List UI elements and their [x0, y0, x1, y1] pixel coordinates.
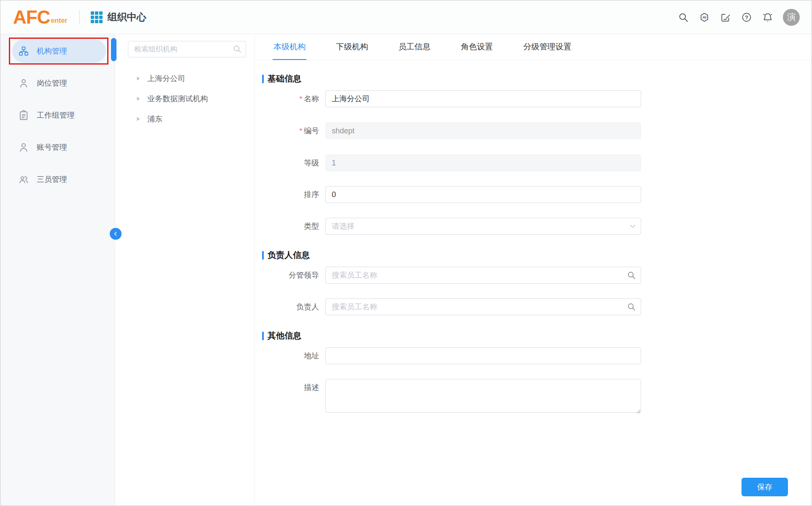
address-field-label: 地址	[262, 347, 319, 364]
bell-icon[interactable]	[762, 11, 774, 23]
section-accent-bar	[262, 75, 264, 83]
tree-node-shanghai-branch[interactable]: 上海分公司	[128, 68, 246, 89]
description-field-label: 描述	[262, 379, 319, 396]
org-tree-panel: 上海分公司 业务数据测试机构 浦东	[115, 34, 254, 506]
tab-employee-info[interactable]: 员工信息	[398, 34, 431, 60]
chevron-down-icon	[628, 222, 637, 230]
section-accent-bar	[262, 251, 264, 260]
type-field-label: 类型	[262, 218, 319, 235]
collapse-panel-button[interactable]	[110, 228, 122, 240]
tab-current-org[interactable]: 本级机构	[273, 34, 306, 60]
section-basic-info: 基础信息	[262, 73, 812, 84]
search-icon	[233, 44, 242, 54]
field-row-type: 类型 请选择	[262, 218, 812, 235]
section-leader-info: 负责人信息	[262, 249, 812, 261]
sidebar-item-label: 工作组管理	[37, 110, 75, 120]
field-row-description: 描述	[262, 379, 812, 414]
tree-node-label: 业务数据测试机构	[147, 94, 208, 104]
org-form: 基础信息 *名称 *编号 等级	[254, 60, 812, 429]
tree-node-label: 上海分公司	[147, 73, 185, 84]
field-row-code: *编号	[262, 122, 812, 140]
tree-node-business-data-test-org[interactable]: 业务数据测试机构	[128, 89, 246, 109]
sort-field-label: 排序	[262, 186, 319, 203]
tab-bar: 本级机构 下级机构 员工信息 角色设置 分级管理设置	[254, 34, 812, 60]
caret-right-icon[interactable]	[135, 96, 141, 102]
header-divider	[79, 10, 80, 24]
code-field-label: 编号	[304, 127, 319, 135]
level-input	[325, 154, 641, 171]
name-field-label: 名称	[304, 95, 319, 103]
sidebar-item-label: 岗位管理	[37, 78, 67, 88]
section-accent-bar	[262, 332, 264, 340]
top-header: AFC enter 组织中心 AI	[0, 0, 812, 34]
description-textarea[interactable]	[325, 379, 641, 413]
sidebar-item-three-role-management[interactable]: 三员管理	[12, 168, 106, 191]
afcenter-logo: AFC enter	[13, 9, 68, 26]
chevron-left-icon	[112, 230, 119, 237]
save-button[interactable]: 保存	[742, 478, 788, 496]
badge-person-icon	[18, 78, 29, 89]
manager-search-input[interactable]	[325, 298, 641, 315]
active-menu-indicator	[111, 38, 116, 61]
address-input[interactable]	[325, 347, 641, 364]
logo-suffix-text: enter	[51, 16, 67, 25]
tree-node-label: 浦东	[147, 114, 162, 124]
svg-text:AI: AI	[702, 15, 706, 19]
field-row-level: 等级	[262, 154, 812, 171]
tab-sub-org[interactable]: 下级机构	[335, 34, 369, 60]
caret-right-icon[interactable]	[135, 76, 141, 81]
name-input[interactable]	[325, 90, 641, 107]
field-row-manager: 负责人	[262, 298, 812, 315]
leader-search-input[interactable]	[325, 267, 641, 284]
sidebar-item-post-management[interactable]: 岗位管理	[12, 71, 106, 95]
field-row-sort: 排序	[262, 186, 812, 203]
tab-hierarchy-settings[interactable]: 分级管理设置	[522, 34, 572, 60]
sidebar-nav: 机构管理 岗位管理	[0, 34, 115, 506]
user-icon	[18, 142, 29, 153]
sort-input[interactable]	[325, 186, 641, 203]
section-other-info: 其他信息	[262, 330, 812, 341]
type-select[interactable]: 请选择	[325, 218, 641, 235]
logo-text: AFC	[13, 9, 50, 26]
leader-field-label: 分管领导	[262, 267, 319, 284]
tab-role-settings[interactable]: 角色设置	[460, 34, 494, 60]
sidebar-item-workgroup-management[interactable]: 工作组管理	[12, 103, 106, 127]
code-input	[325, 122, 641, 139]
ai-assistant-icon[interactable]: AI	[698, 11, 710, 23]
search-icon[interactable]	[627, 271, 636, 280]
user-group-icon	[18, 174, 29, 185]
user-avatar[interactable]: 演	[783, 9, 800, 26]
tree-node-pudong[interactable]: 浦东	[128, 109, 246, 129]
search-icon[interactable]	[627, 302, 636, 311]
caret-right-icon[interactable]	[135, 116, 141, 122]
sidebar-item-label: 机构管理	[37, 46, 67, 56]
app-grid-icon[interactable]	[91, 11, 103, 23]
page-title: 组织中心	[108, 11, 146, 24]
level-field-label: 等级	[262, 154, 319, 171]
sidebar-item-label: 账号管理	[37, 142, 67, 152]
required-marker: *	[299, 127, 302, 135]
field-row-leader: 分管领导	[262, 267, 812, 284]
field-row-name: *名称	[262, 90, 812, 108]
sidebar-item-label: 三员管理	[37, 174, 67, 184]
main-content: 本级机构 下级机构 员工信息 角色设置 分级管理设置 基础信息 *名称	[254, 34, 812, 506]
note-edit-icon[interactable]	[720, 11, 731, 23]
sidebar-item-org-management[interactable]: 机构管理	[12, 39, 106, 63]
sidebar-item-account-management[interactable]: 账号管理	[12, 135, 106, 159]
org-tree-search-input[interactable]	[128, 41, 246, 57]
app-window: AFC enter 组织中心 AI	[0, 0, 812, 506]
required-marker: *	[299, 95, 302, 103]
field-row-address: 地址	[262, 347, 812, 364]
help-icon[interactable]: ?	[741, 11, 752, 23]
org-chart-icon	[18, 46, 29, 57]
svg-text:?: ?	[745, 14, 748, 20]
clipboard-icon	[18, 110, 29, 121]
search-icon[interactable]	[677, 11, 689, 23]
manager-field-label: 负责人	[262, 298, 319, 315]
